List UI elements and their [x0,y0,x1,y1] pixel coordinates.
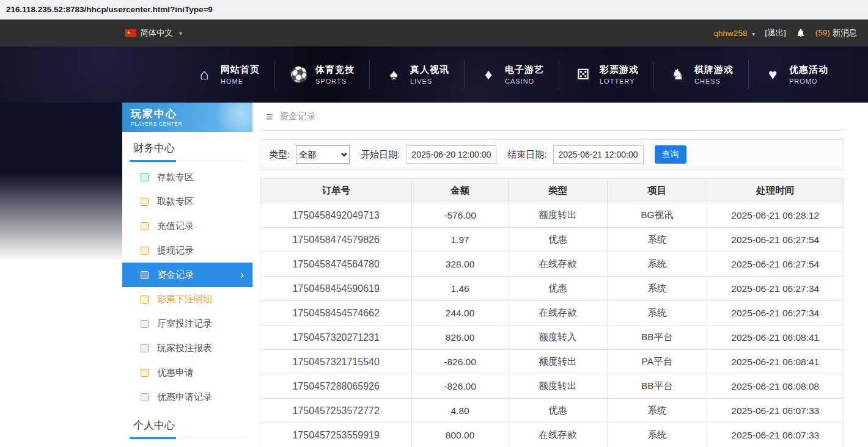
withdraw-icon [141,198,149,206]
sidebar-item-deposit[interactable]: 存款专区 [122,165,252,189]
cell-order-no: 1750458454574662 [260,301,412,325]
chevron-down-icon: ▾ [752,31,755,37]
deposit-icon [141,173,149,181]
nav-label-en: LIVES [410,78,449,85]
sidebar-item-label: 充值记录 [157,220,194,232]
cell-time: 2025-06-21 06:08:41 [707,325,844,350]
message-label: 新消息 [833,28,858,37]
chevron-down-icon: ▾ [179,30,182,37]
sidebar-item-player-bet-report[interactable]: 玩家投注报表 [122,336,252,360]
page-url[interactable]: 216.118.235.52:8783/hhcp/usercenter.html… [6,5,213,14]
cell-type: 优惠 [508,399,607,423]
nav-item-promo[interactable]: ♥ 优惠活动PROMO [748,60,843,89]
sidebar-item-promo-apply[interactable]: 优惠申请 [122,360,252,385]
cell-project: BG视讯 [608,203,707,228]
cell-type: 优惠 [508,228,607,252]
nav-label-cn: 网站首页 [221,64,260,76]
sidebar-subtitle: PLAYERS CENTER [131,121,252,127]
withdraw-record-icon [141,247,149,255]
col-time: 处理时间 [707,179,844,203]
promo-record-icon [141,393,149,401]
cell-time: 2025-06-21 06:07:33 [707,399,844,423]
query-button[interactable]: 查询 [655,145,686,164]
new-messages-link[interactable]: (59) 新消息 [815,27,857,38]
type-select[interactable]: 全部 [296,145,350,164]
nav-label-en: CASINO [505,78,544,85]
background-fade [0,103,122,261]
sidebar-title: 玩家中心 [131,107,252,121]
table-row: 1750457320271231 826.00 额度转入 BB平台 2025-0… [260,325,844,350]
cell-project: 系统 [608,301,707,325]
cell-type: 优惠 [508,277,607,301]
start-date-input[interactable] [406,145,496,164]
site-topbar: ★ 简体中文 ▾ qhhw258 ▾ [退出] (59) 新消息 [0,20,868,46]
cell-type: 在线存款 [508,301,607,325]
cell-time: 2025-06-21 06:27:34 [707,301,844,325]
sidebar-item-hall-bet-record[interactable]: 厅室投注记录 [122,311,252,336]
dice-icon: ⚄ [574,67,592,82]
nav-label-en: PROMO [789,78,828,85]
section-finance-center: 财务中心 [130,132,245,161]
notifications-button[interactable] [796,28,806,38]
cell-time: 2025-06-21 06:08:08 [707,374,844,399]
menu-toggle-icon[interactable]: ≡ [266,111,273,123]
cell-time: 2025-06-21 06:27:54 [707,252,844,277]
nav-item-chess[interactable]: ♞ 棋牌游戏CHESS [653,60,748,89]
cell-order-no: 1750457288065926 [260,374,412,399]
cell-time: 2025-06-21 06:07:33 [707,423,844,447]
nav-item-casino[interactable]: ♦ 电子游艺CASINO [464,60,559,89]
slot-cup-icon: ♦ [479,67,498,82]
cell-type: 额度转出 [508,203,607,228]
sidebar-item-promo-apply-record[interactable]: 优惠申请记录 [122,385,252,409]
browser-url-bar[interactable]: 216.118.235.52:8783/hhcp/usercenter.html… [0,0,868,20]
recharge-record-icon [141,222,149,230]
table-row: 1750457253559919 800.00 在线存款 系统 2025-06-… [260,423,844,447]
nav-label-cn: 真人视讯 [410,64,449,76]
nav-label-cn: 电子游艺 [505,64,544,76]
table-header-row: 订单号 金额 类型 项目 处理时间 [260,179,844,203]
sidebar-item-recharge-record[interactable]: 充值记录 [122,214,252,238]
nav-item-lottery[interactable]: ⚄ 彩票游戏LOTTERY [559,60,653,89]
nav-label-en: LOTTERY [600,78,639,85]
table-row: 1750458454574662 244.00 在线存款 系统 2025-06-… [260,301,844,325]
cell-project: 系统 [608,277,707,301]
sidebar-item-label: 玩家投注报表 [157,343,212,354]
username-menu[interactable]: qhhw258 ▾ [714,29,756,38]
sidebar-item-withdraw[interactable]: 取款专区 [122,189,252,214]
cell-order-no: 1750457320271231 [260,325,412,350]
sidebar-item-label: 资金记录 [157,269,194,281]
home-icon: ⌂ [195,67,213,82]
sidebar-item-funds-record[interactable]: 资金记录 › [122,263,252,287]
lottery-bet-icon [141,296,149,303]
end-date-label: 结束日期: [507,149,546,161]
bell-icon [796,28,806,38]
cell-project: BB平台 [608,374,707,399]
cell-time: 2025-06-21 06:27:54 [707,228,844,252]
sidebar-item-label: 彩票下注明细 [157,294,212,305]
table-row: 1750457253572772 4.80 优惠 系统 2025-06-21 0… [260,399,844,423]
cell-type: 在线存款 [508,423,607,447]
sidebar-item-label: 存款专区 [157,172,194,183]
table-row: 1750458474564780 328.00 在线存款 系统 2025-06-… [260,252,844,277]
nav-item-sports[interactable]: ⚽ 体育竞技SPORTS [274,60,369,89]
cell-order-no: 1750458454590619 [260,277,412,301]
start-date-label: 开始日期: [361,149,400,161]
nav-item-home[interactable]: ⌂ 网站首页HOME [180,60,274,89]
logout-button[interactable]: [退出] [765,27,786,38]
end-date-input[interactable] [553,145,644,164]
section-personal-center: 个人中心 [130,409,245,438]
nav-item-lives[interactable]: ♠ 真人视讯LIVES [369,60,464,89]
cell-order-no: 1750458474579826 [260,228,412,252]
cards-icon: ♠ [384,67,403,82]
cell-type: 额度转出 [508,350,607,374]
language-selector[interactable]: ★ 简体中文 ▾ [125,27,182,38]
cell-order-no: 1750458492049713 [260,203,412,228]
funds-record-panel: ≡ 资金记录 类型: 全部 开始日期: 结束日期: 查询 [260,103,844,447]
cell-amount: 826.00 [412,325,509,350]
cell-amount: 244.00 [412,301,509,325]
china-flag-icon: ★ [125,29,136,37]
sidebar-item-lottery-bet-detail[interactable]: 彩票下注明细 [122,287,252,311]
cell-project: BB平台 [608,325,707,350]
col-type: 类型 [508,179,607,203]
sidebar-item-withdraw-record[interactable]: 提现记录 [122,238,252,263]
